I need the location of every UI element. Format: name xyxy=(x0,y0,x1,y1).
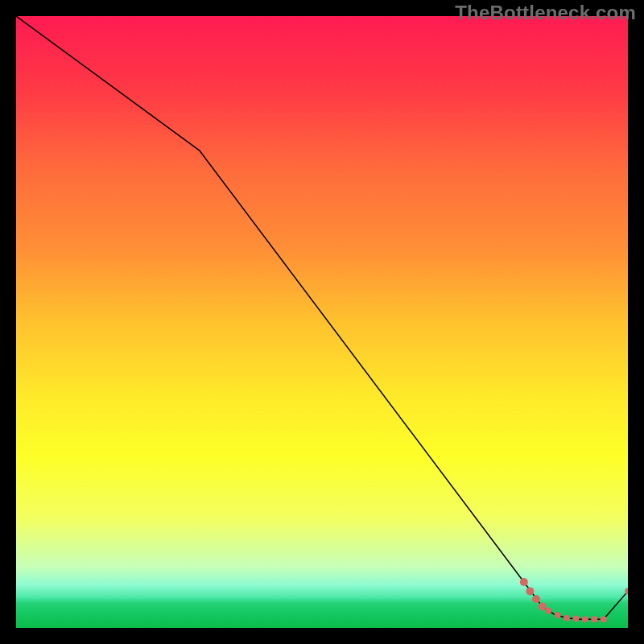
chart-marker xyxy=(555,612,561,618)
chart-marker xyxy=(582,616,588,622)
watermark-text: TheBottleneck.com xyxy=(455,2,636,24)
chart-marker xyxy=(532,595,540,603)
chart-marker xyxy=(545,608,551,614)
chart-marker xyxy=(539,602,547,610)
chart-marker xyxy=(520,578,528,586)
chart-marker xyxy=(591,616,597,622)
chart-marker xyxy=(572,616,579,622)
chart-marker xyxy=(526,587,534,595)
chart-marker xyxy=(601,616,607,622)
chart-marker xyxy=(564,615,570,621)
chart-background xyxy=(16,16,628,628)
chart-frame: TheBottleneck.com xyxy=(0,0,644,644)
chart-svg xyxy=(16,16,628,628)
chart-plot-area xyxy=(16,16,628,628)
